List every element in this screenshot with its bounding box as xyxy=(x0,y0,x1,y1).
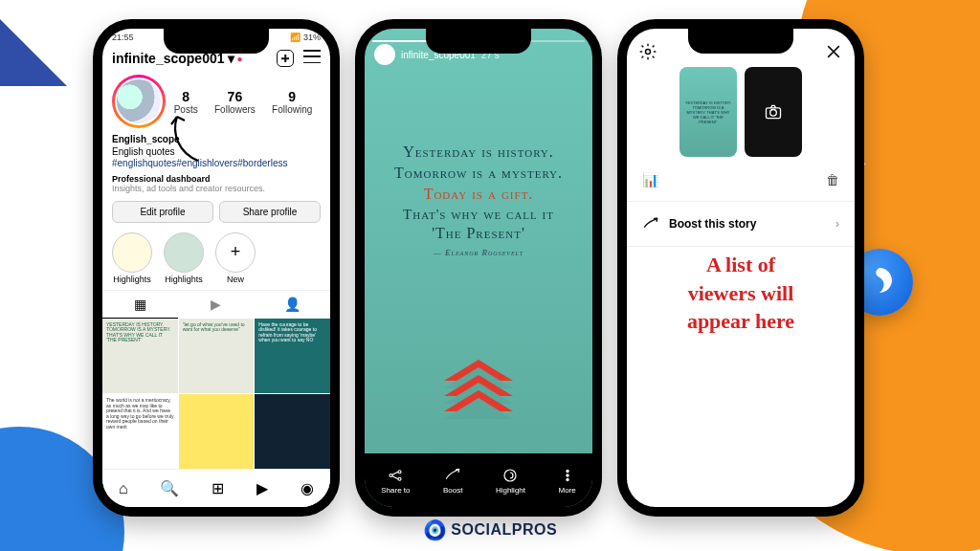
boost-button[interactable]: Boost xyxy=(443,467,462,495)
story-preview-row: YESTERDAY IS HISTORY. TOMORROW IS A MYST… xyxy=(679,67,802,157)
post-cell[interactable] xyxy=(255,394,330,470)
boost-this-story[interactable]: Boost this story › xyxy=(627,201,855,247)
share-to-button[interactable]: Share to xyxy=(381,467,410,495)
decor-triangle xyxy=(0,19,67,86)
profile-icon[interactable]: ◉ xyxy=(301,479,314,497)
phone-profile: 21:55 📶 31% infinite_scope001 ▾ ● xyxy=(93,19,340,517)
highlight-new[interactable]: +New xyxy=(215,232,256,284)
reels-icon[interactable]: ▶ xyxy=(256,479,268,497)
phone-notch xyxy=(426,29,531,54)
close-icon[interactable] xyxy=(824,42,843,61)
tab-grid-icon[interactable]: ▦ xyxy=(102,291,178,319)
story-quote: Yesterday is history. Tomorrow is a myst… xyxy=(384,143,573,257)
insights-icon[interactable]: 📊 xyxy=(642,172,658,187)
svg-point-4 xyxy=(646,50,651,55)
svg-point-2 xyxy=(566,474,568,475)
more-button[interactable]: More xyxy=(559,467,576,495)
professional-dashboard[interactable]: Professional dashboard Insights, ad tool… xyxy=(102,170,330,197)
story-preview-card[interactable]: YESTERDAY IS HISTORY. TOMORROW IS A MYST… xyxy=(679,67,737,157)
svg-point-1 xyxy=(566,470,568,472)
brand-text: SOCIALPROS xyxy=(451,521,557,539)
edit-profile-button[interactable]: Edit profile xyxy=(112,201,213,223)
highlight-1[interactable]: Highlights xyxy=(112,232,152,284)
tab-reels-icon[interactable]: ▶ xyxy=(178,291,254,319)
highlight-2[interactable]: Highlights xyxy=(164,232,204,284)
posts-grid: YESTERDAY IS HISTORY. TOMORROW IS A MYST… xyxy=(102,319,330,470)
swipe-up-icon[interactable] xyxy=(444,365,513,411)
notification-dot-icon: ● xyxy=(237,54,243,64)
story-bottom-bar: Share to Boost Highlight More xyxy=(365,453,592,507)
phone-viewers: YESTERDAY IS HISTORY. TOMORROW IS A MYST… xyxy=(617,19,864,517)
svg-point-3 xyxy=(566,478,568,480)
annotation-viewers-note: A list of viewers will appear here xyxy=(627,251,855,336)
svg-point-6 xyxy=(770,110,777,117)
story-avatar-icon[interactable] xyxy=(374,44,395,65)
bio-hashtags[interactable]: #englishquotes#englishlovers#borderless xyxy=(112,158,321,170)
camera-icon xyxy=(764,102,783,121)
delete-icon[interactable]: 🗑 xyxy=(826,172,839,187)
brand-mark-icon: 🧿 xyxy=(423,518,448,541)
add-story-card[interactable] xyxy=(745,67,802,157)
boost-label: Boost this story xyxy=(669,217,756,231)
phone-notch xyxy=(164,29,269,54)
create-post-icon[interactable]: ⊞ xyxy=(212,479,224,497)
create-icon[interactable] xyxy=(277,50,294,67)
tab-tagged-icon[interactable]: 👤 xyxy=(255,291,330,319)
chevron-right-icon: › xyxy=(835,217,839,231)
post-cell[interactable]: YESTERDAY IS HISTORY. TOMORROW IS A MYST… xyxy=(102,319,178,394)
bio-name: English_scope xyxy=(112,134,321,146)
stat-followers[interactable]: 76 Followers xyxy=(214,89,256,115)
status-right: 📶 31% xyxy=(290,33,321,48)
home-icon[interactable]: ⌂ xyxy=(119,480,128,497)
profile-bio: English_scope English quotes #englishquo… xyxy=(102,134,330,170)
share-profile-button[interactable]: Share profile xyxy=(219,201,321,223)
search-icon[interactable]: 🔍 xyxy=(160,479,179,497)
settings-icon[interactable] xyxy=(638,42,657,61)
profile-avatar[interactable] xyxy=(112,75,166,128)
bottom-nav: ⌂ 🔍 ⊞ ▶ ◉ xyxy=(102,469,330,507)
boost-arrow-icon xyxy=(642,215,659,232)
phone-story: infinite_scope001 27 s Yesterday is hist… xyxy=(355,19,602,517)
menu-icon[interactable] xyxy=(303,50,321,63)
post-cell[interactable]: The world is not a meritocracy, as much … xyxy=(102,394,178,470)
brand-logo: 🧿 SOCIALPROS xyxy=(423,518,557,541)
stat-following[interactable]: 9 Following xyxy=(272,89,312,115)
bio-line: English quotes xyxy=(112,146,321,159)
post-cell[interactable]: Have the courage to be disliked! It take… xyxy=(255,319,330,394)
stat-posts[interactable]: 8 Posts xyxy=(174,89,198,115)
status-time: 21:55 xyxy=(112,33,134,48)
post-cell[interactable]: "let go of what you've used to want for … xyxy=(179,319,255,394)
post-cell[interactable] xyxy=(179,394,255,470)
svg-point-0 xyxy=(504,470,516,481)
profile-tabs: ▦ ▶ 👤 xyxy=(102,290,330,319)
phone-notch xyxy=(688,29,793,54)
highlight-button[interactable]: Highlight xyxy=(496,467,525,495)
